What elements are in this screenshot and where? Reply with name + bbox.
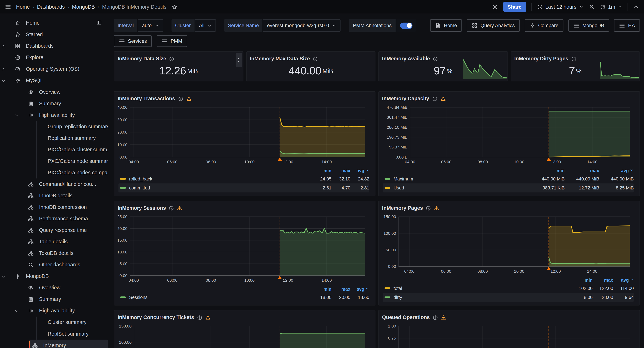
panel-header[interactable]: InMemory Capacity: [382, 94, 636, 103]
sidebar-item-summary[interactable]: Summary: [0, 294, 108, 305]
chevron-down-icon[interactable]: [13, 113, 20, 118]
chevron-right-icon[interactable]: [0, 44, 7, 48]
sidebar-item-operating-system-os[interactable]: Operating System (OS): [0, 63, 108, 75]
series-name[interactable]: Maximum: [394, 176, 413, 181]
warning-icon[interactable]: [205, 315, 210, 320]
sidebar-item-performance-schema[interactable]: Performance schema: [0, 213, 108, 224]
sidebar-item-home[interactable]: Home: [0, 17, 108, 29]
breadcrumb-item[interactable]: Dashboards: [37, 4, 65, 10]
panel-menu-icon[interactable]: [236, 53, 242, 67]
sidebar-item-replset-summary[interactable]: ReplSet summary: [37, 328, 108, 340]
legend-col-max[interactable]: max: [332, 286, 350, 292]
breadcrumb-item[interactable]: MongoDB InMemory Details: [102, 4, 166, 10]
legend-col-max[interactable]: max: [565, 168, 599, 173]
panel-header[interactable]: InMemory Sessions: [118, 204, 372, 212]
sidebar-item-pxc-galera-cluster-summ[interactable]: PXC/Galera cluster summ...: [37, 144, 108, 156]
ha-menu-button[interactable]: HA: [614, 20, 640, 32]
time-series-chart[interactable]: 0.00 B95.37 MiB190.73 MiB286.10 MiB381.4…: [382, 103, 636, 166]
info-icon[interactable]: [313, 56, 318, 62]
panel-header[interactable]: Queued Operations: [382, 313, 636, 322]
sidebar-item-dashboards[interactable]: Dashboards: [0, 40, 108, 52]
legend-col-max[interactable]: max: [332, 168, 350, 173]
breadcrumb-item[interactable]: Home: [16, 4, 30, 10]
series-name[interactable]: Used: [394, 186, 404, 190]
chevron-down-icon[interactable]: [0, 78, 7, 83]
cluster-select[interactable]: All: [195, 20, 216, 32]
time-range-picker[interactable]: Last 12 hours: [537, 4, 584, 10]
sidebar-item-mongodb[interactable]: MongoDB: [0, 270, 108, 282]
breadcrumb-item[interactable]: MongoDB: [72, 4, 95, 10]
info-icon[interactable]: [169, 56, 174, 62]
series-name[interactable]: dirty: [394, 295, 402, 300]
info-icon[interactable]: [571, 56, 576, 62]
series-name[interactable]: Sessions: [129, 295, 148, 300]
sidebar-item-explore[interactable]: Explore: [0, 52, 108, 63]
warning-icon[interactable]: [434, 206, 440, 211]
panel-header[interactable]: InMemory Pages: [382, 204, 636, 212]
time-series-chart[interactable]: 0.0010.0020.0030.0040.0004:0006:0008:001…: [118, 103, 372, 166]
sidebar-item-query-response-time[interactable]: Query response time: [0, 224, 108, 236]
sidebar-item-pxc-galera-node-summary[interactable]: PXC/Galera node summary: [37, 156, 108, 167]
sidebar-item-summary[interactable]: Summary: [0, 98, 108, 109]
legend-col-min[interactable]: min: [530, 168, 564, 173]
service-name-select[interactable]: everest-mongodb-w2g-rs0-0: [263, 20, 341, 32]
home-link-button[interactable]: Home: [430, 20, 462, 32]
info-icon[interactable]: [432, 96, 438, 102]
info-icon[interactable]: [178, 96, 184, 102]
info-icon[interactable]: [433, 56, 438, 62]
series-name[interactable]: committed: [129, 186, 150, 190]
sidebar-item-high-availability[interactable]: High availability: [0, 109, 108, 121]
series-name[interactable]: rolled_back: [129, 176, 152, 181]
warning-icon[interactable]: [440, 96, 446, 102]
share-button[interactable]: Share: [503, 2, 526, 12]
star-breadcrumb-icon[interactable]: [171, 4, 177, 10]
services-button[interactable]: Services: [114, 36, 152, 47]
sidebar-toggle-icon[interactable]: [96, 20, 102, 26]
sidebar-item-overview[interactable]: Overview: [0, 282, 108, 294]
sidebar-item-tokudb-details[interactable]: TokuDB details: [0, 248, 108, 259]
menu-icon[interactable]: [5, 4, 11, 10]
sidebar-item-group-replication-summary[interactable]: Group replication summary: [37, 121, 108, 132]
sidebar-item-command-handler-cou[interactable]: Command/Handler cou...: [0, 178, 108, 190]
sidebar-item-mysql[interactable]: MySQL: [0, 75, 108, 86]
sidebar-item-table-details[interactable]: Table details: [0, 236, 108, 248]
sidebar-item-high-availability[interactable]: High availability: [0, 305, 108, 316]
time-series-chart[interactable]: 0.0050.00100.00150.0004:0006:0008:0010:0…: [382, 213, 636, 276]
time-series-chart[interactable]: 0.005.0010.0015.0020.0025.0004:0006:0008…: [118, 213, 372, 284]
panel-header[interactable]: InMemory Data Size: [118, 54, 240, 63]
panel-header[interactable]: InMemory Max Data Size: [250, 54, 372, 63]
warning-icon[interactable]: [186, 96, 192, 102]
series-name[interactable]: total: [394, 286, 402, 291]
sidebar-item-other-dashboards[interactable]: Other dashboards: [0, 259, 108, 270]
time-series-chart[interactable]: 0.000.250.500.751.0004:0006:0008:0010:00…: [382, 322, 636, 348]
sidebar-item-innodb-details[interactable]: InnoDB details: [0, 190, 108, 202]
interval-select[interactable]: auto: [138, 20, 163, 32]
info-icon[interactable]: [197, 315, 202, 320]
sidebar-item-starred[interactable]: Starred: [0, 29, 108, 40]
legend-col-min[interactable]: min: [312, 286, 331, 292]
legend-col-avg[interactable]: avg: [350, 286, 369, 292]
refresh-icon[interactable]: [600, 4, 606, 10]
gear-icon[interactable]: [492, 4, 498, 10]
compare-button[interactable]: Compare: [524, 20, 564, 32]
panel-header[interactable]: InMemory Transactions: [118, 94, 372, 103]
legend-col-max[interactable]: max: [592, 278, 613, 282]
legend-col-avg[interactable]: avg: [599, 168, 634, 173]
info-icon[interactable]: [426, 206, 431, 211]
info-icon[interactable]: [169, 206, 174, 211]
sidebar-item-cluster-summary[interactable]: Cluster summary: [37, 316, 108, 328]
info-icon[interactable]: [432, 315, 438, 320]
legend-col-avg[interactable]: avg: [350, 168, 369, 173]
pmm-annotations-toggle[interactable]: [396, 20, 416, 32]
legend-col-min[interactable]: min: [572, 278, 592, 282]
chevron-right-icon[interactable]: [0, 67, 7, 71]
zoom-out-icon[interactable]: [589, 4, 594, 10]
mongodb-menu-button[interactable]: MongoDB: [568, 20, 609, 32]
chevron-down-icon[interactable]: [0, 274, 7, 278]
sidebar-item-overview[interactable]: Overview: [0, 86, 108, 98]
sidebar-item-replication-summary[interactable]: Replication summary: [37, 132, 108, 144]
sidebar-item-pxc-galera-nodes-compare[interactable]: PXC/Galera nodes compare: [37, 167, 108, 178]
sidebar-item-innodb-compression[interactable]: InnoDB compression: [0, 202, 108, 213]
time-series-chart[interactable]: 0.0050.00100.00150.0004:0006:0008:0010:0…: [118, 322, 372, 348]
refresh-picker[interactable]: 1m: [600, 4, 622, 10]
